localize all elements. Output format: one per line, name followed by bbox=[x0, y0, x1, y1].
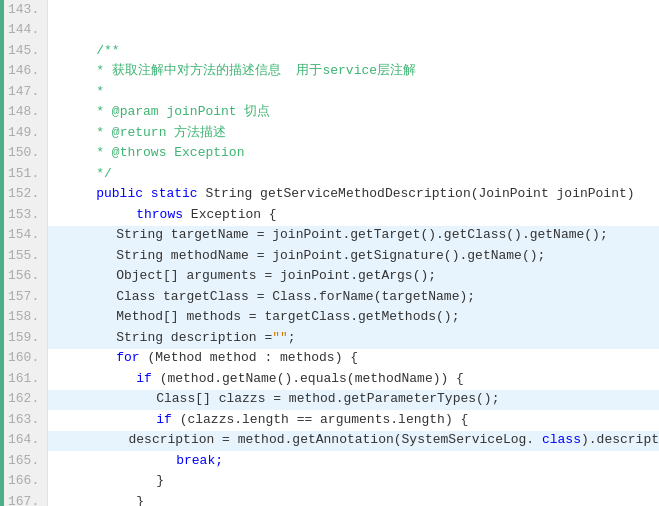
code-line-147: * bbox=[48, 82, 659, 103]
ln-165: 165. bbox=[4, 451, 47, 472]
ln-147: 147. bbox=[4, 82, 47, 103]
code-line-160: for (Method method : methods) { bbox=[48, 349, 659, 370]
code-line-151: */ bbox=[48, 164, 659, 185]
ln-161: 161. bbox=[4, 369, 47, 390]
ln-150: 150. bbox=[4, 144, 47, 165]
ln-151: 151. bbox=[4, 164, 47, 185]
code-line-152: public static String getServiceMethodDes… bbox=[48, 185, 659, 206]
code-line-159: String description = ""; bbox=[48, 328, 659, 349]
code-line-156: Object[] arguments = joinPoint.getArgs()… bbox=[48, 267, 659, 288]
line-numbers: 143. 144. 145. 146. 147. 148. 149. 150. … bbox=[4, 0, 48, 506]
ln-159: 159. bbox=[4, 328, 47, 349]
ln-157: 157. bbox=[4, 287, 47, 308]
code-line-149: * @return 方法描述 bbox=[48, 123, 659, 144]
ln-164: 164. bbox=[4, 431, 47, 452]
code-line-165: break; bbox=[48, 451, 659, 472]
ln-160: 160. bbox=[4, 349, 47, 370]
code-line-146: * 获取注解中对方法的描述信息 用于service层注解 bbox=[48, 62, 659, 83]
code-line-154: String targetName = joinPoint.getTarget(… bbox=[48, 226, 659, 247]
ln-144: 144. bbox=[4, 21, 47, 42]
ln-167: 167. bbox=[4, 492, 47, 506]
ln-143: 143. bbox=[4, 0, 47, 21]
code-editor: 143. 144. 145. 146. 147. 148. 149. 150. … bbox=[0, 0, 659, 506]
code-line-162: Class[] clazzs = method.getParameterType… bbox=[48, 390, 659, 411]
code-area[interactable]: /** * 获取注解中对方法的描述信息 用于service层注解 * * @pa… bbox=[48, 0, 659, 506]
ln-162: 162. bbox=[4, 390, 47, 411]
code-line-163: if (clazzs.length == arguments.length) { bbox=[48, 410, 659, 431]
ln-152: 152. bbox=[4, 185, 47, 206]
ln-154: 154. bbox=[4, 226, 47, 247]
ln-146: 146. bbox=[4, 62, 47, 83]
code-line-161: if (method.getName().equals(methodName))… bbox=[48, 369, 659, 390]
ln-166: 166. bbox=[4, 472, 47, 493]
code-line-155: String methodName = joinPoint.getSignatu… bbox=[48, 246, 659, 267]
code-line-150: * @throws Exception bbox=[48, 144, 659, 165]
ln-153: 153. bbox=[4, 205, 47, 226]
ln-158: 158. bbox=[4, 308, 47, 329]
code-line-143 bbox=[48, 0, 659, 21]
ln-145: 145. bbox=[4, 41, 47, 62]
code-line-166: } bbox=[48, 472, 659, 493]
ln-149: 149. bbox=[4, 123, 47, 144]
ln-156: 156. bbox=[4, 267, 47, 288]
code-line-167: } bbox=[48, 492, 659, 506]
code-line-144 bbox=[48, 21, 659, 42]
code-line-157: Class targetClass = Class.forName(target… bbox=[48, 287, 659, 308]
ln-148: 148. bbox=[4, 103, 47, 124]
code-line-164: description = method.getAnnotation(Syste… bbox=[48, 431, 659, 452]
ln-155: 155. bbox=[4, 246, 47, 267]
code-line-148: * @param joinPoint 切点 bbox=[48, 103, 659, 124]
code-line-145: /** bbox=[48, 41, 659, 62]
code-line-153: throws Exception { bbox=[48, 205, 659, 226]
code-line-158: Method[] methods = targetClass.getMethod… bbox=[48, 308, 659, 329]
ln-163: 163. bbox=[4, 410, 47, 431]
